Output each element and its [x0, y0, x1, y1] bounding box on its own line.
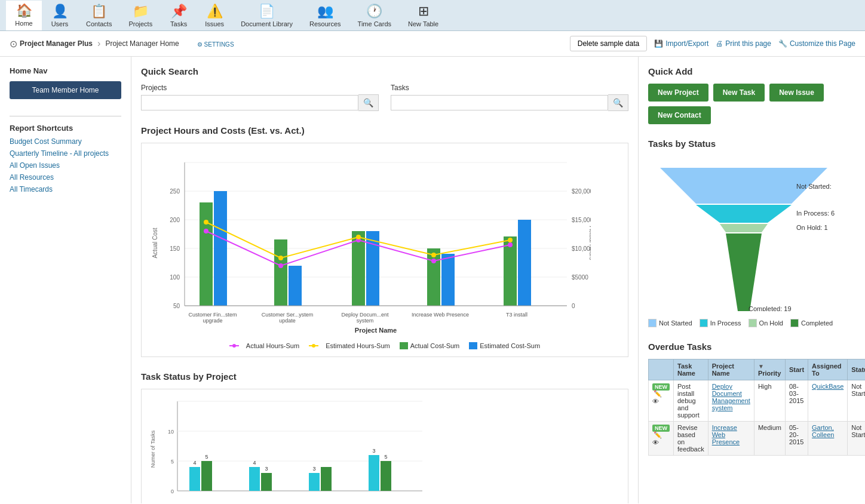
- sidebar-link-quarterly[interactable]: Quarterly Timeline - All projects: [10, 149, 121, 158]
- svg-text:upgrade: upgrade: [203, 318, 222, 324]
- svg-text:On Hold: 1: On Hold: 1: [796, 224, 828, 231]
- sidebar-link-budget[interactable]: Budget Cost Summary: [10, 137, 121, 146]
- quick-add-section: Quick Add New Project New Task New Issue…: [648, 66, 855, 124]
- svg-text:0: 0: [171, 488, 174, 494]
- svg-text:system: system: [357, 318, 374, 324]
- tasks-search-input[interactable]: [391, 95, 608, 110]
- svg-text:$5000: $5000: [572, 274, 588, 281]
- projects-search-label: Projects: [141, 84, 379, 92]
- breadcrumb-app: ⊙ Project Manager Plus: [10, 38, 93, 50]
- nav-time-cards[interactable]: 🕐 Time Cards: [349, 1, 400, 30]
- nav-new-table-label: New Table: [408, 20, 438, 27]
- new-task-button[interactable]: New Task: [713, 84, 765, 102]
- estimated-cost-color: [469, 342, 477, 349]
- users-icon: 👤: [52, 4, 68, 19]
- quick-add-title: Quick Add: [648, 66, 855, 76]
- tasks-by-status-title: Tasks by Status: [648, 139, 855, 149]
- tasks-search-label: Tasks: [391, 84, 628, 92]
- svg-text:Customer Fin...stem: Customer Fin...stem: [188, 312, 237, 318]
- overdue-row-2: NEW ✏️ 👁 Revise based on feedback Increa…: [649, 422, 866, 456]
- svg-text:5: 5: [171, 459, 174, 465]
- svg-text:Numer of Tasks: Numer of Tasks: [150, 430, 156, 468]
- nav-tasks[interactable]: 📌 Tasks: [161, 1, 197, 30]
- projects-search-button[interactable]: 🔍: [358, 94, 379, 111]
- delete-sample-button[interactable]: Delete sample data: [570, 36, 647, 51]
- svg-text:Customer Ser...ystem: Customer Ser...ystem: [262, 312, 314, 318]
- tasks-search-group: Tasks 🔍: [391, 84, 628, 111]
- customize-action[interactable]: 🔧 Customize this Page: [778, 39, 855, 48]
- col-assigned-to: Assigned To: [808, 359, 848, 380]
- funnel-legend-on-hold: On Hold: [749, 319, 783, 327]
- row1-project-link[interactable]: Deploy Document Management system: [712, 383, 750, 411]
- svg-text:10: 10: [168, 429, 174, 435]
- col-task-name: Task Name: [674, 359, 708, 380]
- main-layout: Home Nav Team Member Home Report Shortcu…: [0, 57, 865, 503]
- import-export-icon: 💾: [654, 39, 663, 48]
- svg-point-36: [431, 253, 436, 257]
- edit-icon-2[interactable]: ✏️: [654, 431, 662, 438]
- overdue-tasks-table: Task Name Project Name ▼ Priority Start …: [648, 359, 865, 456]
- on-hold-color: [749, 319, 757, 327]
- new-issue-button[interactable]: New Issue: [769, 84, 824, 102]
- new-contact-button[interactable]: New Contact: [648, 106, 711, 124]
- svg-text:$15,000: $15,000: [572, 217, 591, 223]
- nav-home[interactable]: 🏠 Home: [6, 1, 42, 30]
- row2-priority: Medium: [754, 422, 785, 456]
- svg-rect-70: [309, 473, 320, 491]
- view-icon-1[interactable]: 👁: [652, 398, 659, 405]
- svg-point-34: [278, 256, 283, 260]
- projects-icon: 📁: [133, 4, 149, 19]
- settings-link[interactable]: ⚙ SETTINGS: [197, 41, 234, 48]
- sidebar-link-resources[interactable]: All Resources: [10, 173, 121, 182]
- svg-text:Not Started:: Not Started:: [796, 183, 832, 190]
- tasks-by-status-section: Tasks by Status Not Started: In Process:…: [648, 139, 855, 327]
- funnel-legend-not-started: Not Started: [648, 319, 692, 327]
- svg-text:50: 50: [173, 303, 180, 309]
- svg-marker-80: [726, 233, 762, 311]
- svg-point-32: [508, 242, 513, 247]
- import-export-action[interactable]: 💾 Import/Export: [654, 39, 708, 48]
- svg-rect-73: [369, 455, 379, 491]
- team-member-home-button[interactable]: Team Member Home: [10, 81, 121, 99]
- search-row: Projects 🔍 Tasks 🔍: [141, 84, 628, 111]
- nav-issues[interactable]: ⚠️ Issues: [197, 1, 232, 30]
- svg-point-31: [431, 259, 436, 263]
- svg-text:Actual Cost: Actual Cost: [152, 228, 158, 258]
- print-action[interactable]: 🖨 Print this page: [716, 39, 771, 48]
- task-status-title: Task Status by Project: [141, 371, 628, 382]
- svg-point-35: [356, 235, 361, 239]
- col-priority[interactable]: ▼ Priority: [754, 359, 785, 380]
- row1-assigned-link[interactable]: QuickBase: [812, 383, 843, 390]
- svg-rect-19: [214, 191, 227, 306]
- sidebar-link-issues[interactable]: All Open Issues: [10, 161, 121, 170]
- not-started-color: [648, 319, 657, 327]
- svg-text:200: 200: [170, 217, 180, 223]
- svg-text:100: 100: [170, 274, 180, 281]
- nav-new-table[interactable]: ⊞ New Table: [400, 1, 447, 30]
- projects-search-input[interactable]: [141, 95, 358, 110]
- app-name: Project Manager Plus: [20, 39, 93, 48]
- row2-project-link[interactable]: Increase Web Presence: [712, 424, 740, 445]
- svg-rect-75: [381, 461, 391, 491]
- view-icon-2[interactable]: 👁: [652, 439, 659, 446]
- edit-icon-1[interactable]: ✏️: [654, 390, 662, 397]
- sidebar-link-timecards[interactable]: All Timecards: [10, 185, 121, 193]
- resources-icon: 👥: [317, 4, 333, 19]
- svg-text:$20,000: $20,000: [572, 188, 591, 195]
- funnel-legend-completed: Completed: [790, 319, 833, 327]
- nav-document-library[interactable]: 📄 Document Library: [232, 1, 301, 30]
- row1-assigned-to: QuickBase: [808, 380, 848, 422]
- task-status-svg: 0 5 10 Numer of Tasks 4 5 4: [148, 395, 434, 503]
- home-icon: 🏠: [16, 3, 32, 19]
- nav-contacts[interactable]: 📋 Contacts: [78, 1, 120, 30]
- svg-text:Completed: 19: Completed: 19: [749, 305, 792, 311]
- row2-assigned-link[interactable]: Garton, Colleen: [812, 424, 834, 438]
- nav-resources[interactable]: 👥 Resources: [301, 1, 349, 30]
- svg-point-52: [312, 344, 315, 348]
- nav-users[interactable]: 👤 Users: [42, 1, 78, 30]
- quick-add-buttons: New Project New Task New Issue New Conta…: [648, 84, 855, 124]
- tasks-search-button[interactable]: 🔍: [608, 94, 628, 111]
- svg-text:3: 3: [265, 466, 268, 472]
- nav-projects[interactable]: 📁 Projects: [120, 1, 161, 30]
- new-project-button[interactable]: New Project: [648, 84, 708, 102]
